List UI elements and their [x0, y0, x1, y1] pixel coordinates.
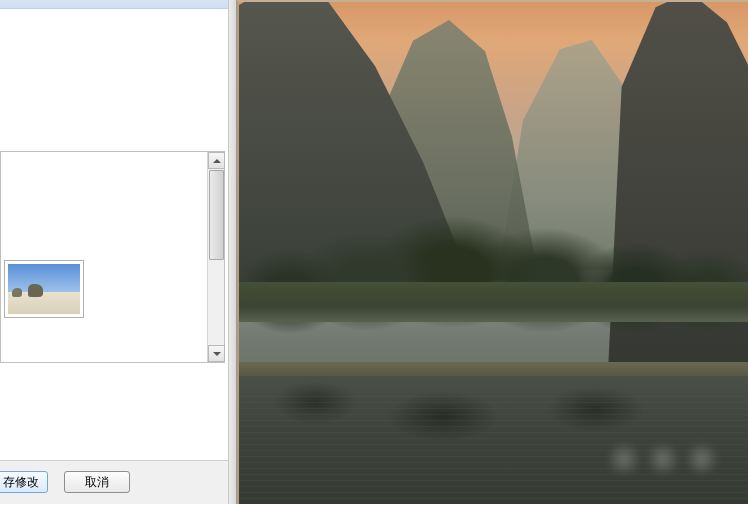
thumbnail-image	[8, 264, 80, 314]
wallpaper-image	[239, 2, 748, 504]
cancel-button[interactable]: 取消	[64, 471, 130, 493]
thumbnail-scrollbar[interactable]	[207, 152, 224, 362]
desktop-wallpaper-preview	[237, 0, 748, 504]
chevron-up-icon	[213, 159, 221, 163]
dialog-button-bar: 存修改 取消	[0, 460, 228, 508]
bottom-border	[0, 504, 748, 508]
upper-content-area	[0, 9, 228, 135]
watermark-blur	[598, 434, 728, 484]
thumbnail-list[interactable]	[2, 153, 206, 361]
scroll-up-button[interactable]	[208, 152, 225, 169]
chevron-down-icon	[213, 352, 221, 356]
thumbnail-list-panel	[0, 151, 225, 363]
panel-resize-edge[interactable]	[228, 0, 237, 508]
wallpaper-thumbnail[interactable]	[4, 260, 84, 318]
scrollbar-thumb[interactable]	[209, 170, 224, 260]
save-changes-button[interactable]: 存修改	[0, 471, 48, 493]
settings-panel: 存修改 取消	[0, 0, 237, 508]
title-bar-strip	[0, 0, 228, 9]
scroll-down-button[interactable]	[208, 345, 225, 362]
